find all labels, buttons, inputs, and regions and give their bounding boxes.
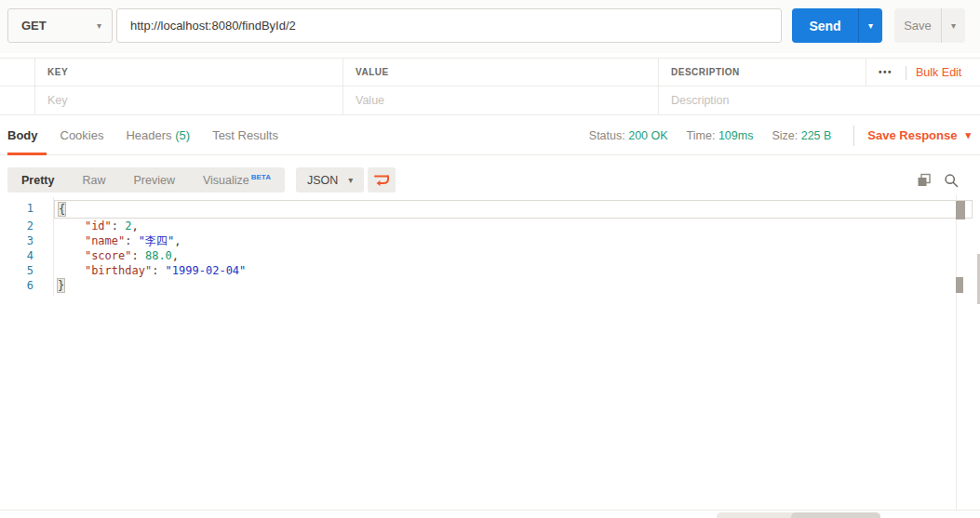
tab-visualize[interactable]: VisualizeBETA: [189, 173, 285, 187]
body-toolbar: Pretty Raw Preview VisualizeBETA JSON ▾: [0, 155, 980, 198]
size-value: 225 B: [801, 129, 832, 142]
search-button[interactable]: [944, 173, 959, 188]
column-divider: [658, 86, 659, 114]
save-button[interactable]: Save: [894, 8, 942, 43]
pane-vertical-scrollbar[interactable]: [956, 277, 963, 293]
divider: [906, 66, 906, 80]
tab-raw[interactable]: Raw: [68, 174, 119, 187]
code-vertical-scrollbar[interactable]: [956, 201, 965, 219]
code-line: }: [54, 278, 973, 293]
send-button[interactable]: Send: [792, 8, 859, 43]
chevron-down-icon: ▾: [868, 20, 873, 31]
more-options-icon[interactable]: •••: [879, 59, 893, 86]
params-table: KEY VALUE DESCRIPTION ••• Bulk Edit: [0, 58, 980, 115]
status-label: Status:: [589, 129, 625, 142]
tab-test-results[interactable]: Test Results: [212, 128, 278, 142]
response-stats: Status: 200 OK Time: 109ms Size: 225 B S…: [571, 116, 971, 154]
pane-bottom-border: [0, 510, 980, 511]
code-gutter: 123456: [0, 200, 54, 293]
response-meta-bar: Body Cookies Headers (5) Test Results St…: [0, 116, 980, 155]
param-value-input[interactable]: [356, 86, 635, 114]
code-line: {: [54, 200, 973, 219]
method-select[interactable]: GET ▾: [7, 8, 113, 43]
divider: [853, 126, 854, 146]
line-number: 4: [0, 248, 54, 263]
url-input[interactable]: [117, 9, 781, 42]
code-line: "id": 2,: [54, 219, 973, 233]
tab-headers-label: Headers: [126, 128, 171, 142]
save-response-button[interactable]: Save Response ▾: [867, 128, 971, 142]
tab-pretty[interactable]: Pretty: [7, 174, 68, 187]
code-line: "score": 88.0,: [54, 248, 973, 263]
wrap-text-button[interactable]: [368, 167, 396, 193]
code-lines: { "id": 2, "name": "李四", "score": 88.0, …: [54, 200, 973, 293]
column-divider: [866, 59, 866, 86]
code-line: "name": "李四",: [54, 233, 973, 248]
line-number: 1: [0, 200, 54, 219]
chevron-down-icon: ▾: [348, 175, 353, 185]
bulk-edit-button[interactable]: Bulk Edit: [916, 59, 961, 86]
size-label: Size:: [772, 129, 798, 142]
headers-count-badge: (5): [175, 128, 190, 142]
key-column-header: KEY: [47, 59, 68, 86]
line-number: 3: [0, 233, 54, 248]
tab-preview[interactable]: Preview: [119, 174, 188, 187]
response-tabs: Body Cookies Headers (5) Test Results: [7, 116, 278, 154]
params-header-row: KEY VALUE DESCRIPTION ••• Bulk Edit: [0, 58, 980, 86]
chevron-down-icon: ▾: [965, 129, 971, 141]
view-mode-group: Pretty Raw Preview VisualizeBETA: [7, 167, 285, 193]
line-number: 6: [0, 278, 54, 293]
size-stat: Size: 225 B: [772, 129, 831, 142]
viewer-actions: [917, 167, 959, 193]
search-icon: [944, 173, 959, 188]
line-number: 2: [0, 219, 54, 233]
chevron-down-icon: ▾: [951, 20, 956, 31]
save-response-label: Save Response: [867, 128, 957, 142]
column-divider: [342, 86, 343, 114]
params-input-row: [0, 86, 980, 115]
line-number: 5: [0, 263, 54, 278]
tab-visualize-label: Visualize: [203, 174, 249, 187]
column-divider: [342, 59, 343, 86]
copy-button[interactable]: [917, 173, 932, 188]
method-label: GET: [21, 19, 47, 33]
param-description-input[interactable]: [671, 86, 950, 114]
value-column-header: VALUE: [356, 59, 389, 86]
url-box: [116, 8, 782, 43]
copy-icon: [917, 173, 932, 188]
column-divider: [34, 86, 35, 114]
tab-body-label: Body: [7, 128, 38, 142]
tab-body[interactable]: Body: [7, 128, 38, 142]
save-split-button: Save ▾: [894, 8, 965, 43]
beta-badge: BETA: [251, 173, 271, 181]
description-column-header: DESCRIPTION: [671, 59, 740, 86]
tab-headers[interactable]: Headers (5): [126, 128, 190, 142]
param-key-input[interactable]: [47, 86, 327, 114]
chevron-down-icon: ▾: [97, 20, 101, 31]
tab-cookies[interactable]: Cookies: [60, 128, 104, 142]
wrap-text-icon: [373, 173, 390, 187]
format-select[interactable]: JSON ▾: [296, 167, 364, 193]
column-divider: [34, 59, 35, 86]
status-value: 200 OK: [628, 129, 667, 142]
horizontal-scrollbar-thumb[interactable]: [791, 512, 880, 518]
editor-right-divider: [956, 195, 957, 510]
send-split-button: Send ▾: [792, 8, 882, 43]
time-stat: Time: 109ms: [687, 129, 754, 142]
status-stat: Status: 200 OK: [589, 129, 668, 142]
request-bar: GET ▾ Send ▾ Save ▾: [0, 0, 980, 53]
postman-window: GET ▾ Send ▾ Save ▾ KEY VALUE DESCR: [0, 0, 980, 518]
send-options-button[interactable]: ▾: [859, 8, 882, 43]
format-label: JSON: [307, 174, 338, 187]
time-label: Time:: [687, 129, 716, 142]
column-divider: [658, 59, 659, 86]
save-options-button[interactable]: ▾: [942, 8, 965, 43]
time-value: 109ms: [718, 129, 754, 142]
code-line: "birthday": "1999-02-04": [54, 263, 973, 278]
